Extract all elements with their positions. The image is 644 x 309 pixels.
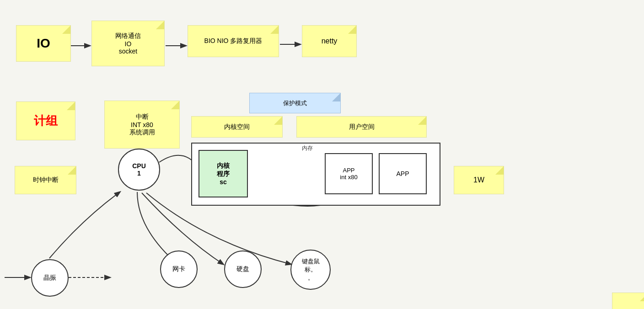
netty-label: netty <box>322 37 338 45</box>
main-canvas: IO 网络通信IOsocket BIO NIO 多路复用器 netty 计组 中… <box>0 0 644 309</box>
protect-mode-sticky: 保护模式 <box>249 93 341 113</box>
bottom-right-sticky <box>612 293 644 309</box>
1w-label: 1W <box>473 176 484 184</box>
wangka-label: 网卡 <box>172 265 185 273</box>
user-space-sticky: 用户空间 <box>296 116 427 138</box>
user-space-label: 用户空间 <box>349 123 375 131</box>
app2-rect: APP <box>379 153 427 194</box>
kernel-space-sticky: 内核空间 <box>191 116 283 138</box>
io-label: IO <box>37 36 50 51</box>
kernel-prog-rect: 内核程序sc <box>199 150 248 197</box>
io-sticky: IO <box>16 25 71 62</box>
keyboard-label: 键盘鼠标。。 <box>302 257 320 282</box>
netty-sticky: netty <box>302 25 357 57</box>
memory-label: 内存 <box>302 144 313 152</box>
1w-sticky: 1W <box>454 166 504 194</box>
bio-nio-label: BIO NIO 多路复用器 <box>204 37 263 45</box>
harddisk-label: 硬盘 <box>236 265 249 273</box>
clock-interrupt-label: 时钟中断 <box>33 176 59 184</box>
app-intx80-label: APPint x80 <box>340 167 357 181</box>
clock-interrupt-sticky: 时钟中断 <box>15 166 76 194</box>
interrupt-label: 中断INT x80系统调用 <box>129 113 155 137</box>
jizhong-label: 计组 <box>34 113 58 129</box>
harddisk-circle: 硬盘 <box>224 250 262 288</box>
kernel-space-label: 内核空间 <box>224 123 250 131</box>
interrupt-sticky: 中断INT x80系统调用 <box>104 101 180 149</box>
wangka-circle: 网卡 <box>160 250 198 288</box>
jizhong-sticky: 计组 <box>16 101 75 140</box>
bio-nio-sticky: BIO NIO 多路复用器 <box>188 25 279 57</box>
jingzhen-label: 晶振 <box>43 274 56 282</box>
cpu-circle: CPU1 <box>118 149 160 191</box>
app2-label: APP <box>396 170 409 177</box>
network-io-label: 网络通信IOsocket <box>115 32 141 55</box>
keyboard-circle: 键盘鼠标。。 <box>290 250 331 290</box>
app-intx80-rect: APPint x80 <box>325 153 373 194</box>
cpu-label: CPU1 <box>132 162 146 177</box>
protect-mode-label: 保护模式 <box>283 99 307 107</box>
jingzhen-circle: 晶振 <box>31 259 69 297</box>
kernel-prog-label: 内核程序sc <box>217 162 230 186</box>
network-io-sticky: 网络通信IOsocket <box>91 21 165 66</box>
